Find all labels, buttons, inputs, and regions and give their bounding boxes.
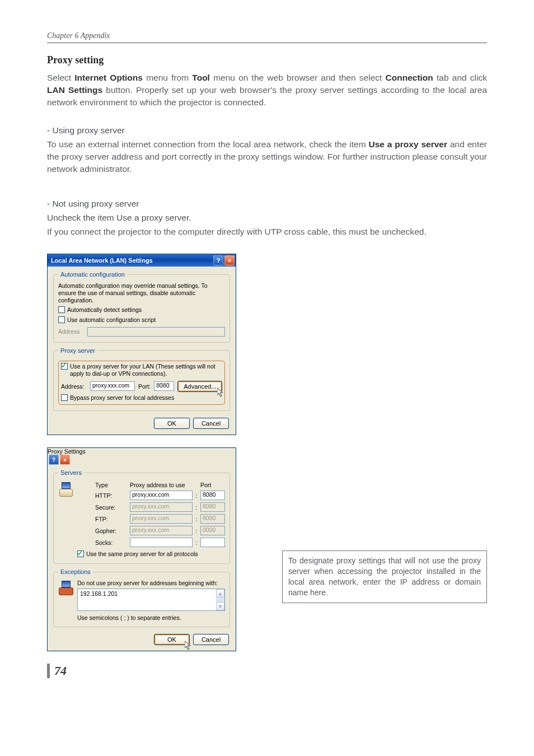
help-icon[interactable]: ? — [49, 455, 59, 465]
using-proxy-paragraph: To use an external internet connection f… — [47, 138, 487, 175]
chapter-header: Chapter 6 Appendix — [47, 31, 487, 43]
server-row-label: HTTP: — [95, 492, 128, 499]
exceptions-hint: Use semicolons ( ; ) to separate entries… — [77, 614, 225, 621]
server-address-input: proxy.xxx.com — [130, 514, 193, 524]
server-row-label: Gopher: — [95, 528, 128, 534]
dialog-title: Local Area Network (LAN) Settings — [51, 257, 153, 264]
exceptions-value: 192.168.1.201 — [80, 590, 118, 597]
script-label: Use automatic configuration script — [67, 316, 156, 324]
detect-checkbox[interactable] — [58, 306, 65, 313]
cursor-icon — [185, 641, 191, 650]
server-address-input[interactable] — [130, 538, 193, 547]
not-using-proxy-line1: Uncheck the item Use a proxy server. — [47, 212, 487, 224]
script-checkbox[interactable] — [58, 316, 65, 323]
col-addr: Proxy address to use — [130, 482, 193, 488]
proxy-cancel-button[interactable]: Cancel — [193, 634, 229, 645]
col-type: Type — [95, 482, 128, 488]
exceptions-icon — [58, 580, 75, 596]
server-address-input: proxy.xxx.com — [130, 526, 193, 535]
servers-icon — [58, 480, 75, 497]
autoconf-desc: Automatic configuration may override man… — [58, 282, 225, 304]
proxy-address-label: Address: — [61, 383, 87, 390]
proxy-ok-label: OK — [167, 636, 176, 643]
proxy-address-input[interactable]: proxy.xxx.com — [90, 381, 135, 391]
scroll-down-icon[interactable]: ▼ — [216, 602, 224, 610]
scrollbar[interactable]: ▲ ▼ — [216, 589, 224, 610]
intro-paragraph: Select Internet Options menu from Tool m… — [47, 72, 487, 109]
servers-legend: Servers — [58, 469, 84, 476]
server-port-input: 8080 — [200, 502, 225, 512]
side-note: To designate proxy settings that will no… — [282, 550, 487, 603]
server-port-input: 8080 — [200, 514, 225, 524]
same-proxy-label: Use the same proxy server for all protoc… — [86, 550, 198, 558]
proxy-dialog-title: Proxy Settings — [48, 448, 86, 455]
advanced-button-label: Advanced... — [184, 383, 216, 390]
same-proxy-checkbox[interactable] — [77, 550, 84, 557]
use-proxy-checkbox[interactable] — [61, 363, 68, 370]
bypass-label: Bypass proxy server for local addresses — [70, 394, 174, 402]
lan-cancel-button[interactable]: Cancel — [193, 418, 229, 429]
exceptions-legend: Exceptions — [58, 568, 93, 575]
section-title: Proxy setting — [47, 54, 487, 66]
server-row-label: Secure: — [95, 504, 128, 511]
col-port: Port — [200, 482, 225, 488]
advanced-button[interactable]: Advanced... — [177, 381, 222, 392]
proxy-ok-button[interactable]: OK — [154, 634, 190, 645]
server-address-input[interactable]: proxy.xxx.com — [130, 491, 193, 500]
close-icon[interactable]: × — [224, 255, 235, 265]
proxy-legend: Proxy server — [58, 347, 97, 354]
server-port-input[interactable] — [200, 538, 225, 547]
exceptions-textarea[interactable]: 192.168.1.201 ▲ ▼ — [77, 589, 225, 611]
svg-marker-1 — [185, 641, 190, 650]
autoconf-address-label: Address — [58, 328, 84, 335]
exceptions-label: Do not use proxy server for addresses be… — [77, 580, 225, 586]
autoconf-legend: Automatic configuration — [58, 271, 127, 278]
server-port-input: 0000 — [200, 526, 225, 535]
proxy-port-label: Port: — [138, 383, 151, 390]
not-using-proxy-line2: If you connect the projector to the comp… — [47, 226, 487, 238]
use-proxy-label: Use a proxy server for your LAN (These s… — [70, 363, 222, 377]
autoconf-address-input — [87, 327, 225, 337]
help-icon[interactable]: ? — [213, 255, 223, 265]
proxy-settings-dialog: Proxy Settings ? × Servers Type Proxy ad… — [47, 447, 236, 651]
server-row-label: Socks: — [95, 539, 128, 546]
proxy-port-input[interactable]: 8080 — [154, 381, 174, 391]
server-port-input[interactable]: 8080 — [200, 491, 225, 500]
using-proxy-heading: - Using proxy server — [47, 124, 487, 137]
detect-label: Automatically detect settings — [67, 306, 142, 314]
page-number: 74 — [47, 664, 487, 678]
close-icon[interactable]: × — [60, 455, 70, 465]
bypass-checkbox[interactable] — [61, 394, 68, 401]
server-address-input: proxy.xxx.com — [130, 502, 193, 512]
lan-ok-button[interactable]: OK — [154, 418, 190, 429]
scroll-up-icon[interactable]: ▲ — [216, 589, 224, 598]
lan-settings-dialog: Local Area Network (LAN) Settings ? × Au… — [47, 254, 236, 435]
not-using-proxy-heading: - Not using proxy server — [47, 198, 487, 210]
server-row-label: FTP: — [95, 516, 128, 522]
